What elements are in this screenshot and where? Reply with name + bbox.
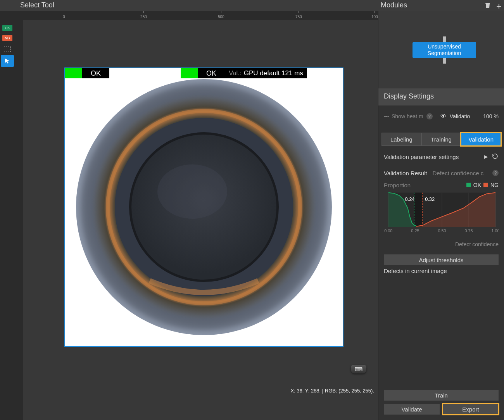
svg-text:0.75: 0.75: [464, 228, 473, 233]
validation-result-row: Validation Result Defect confidence c ?: [384, 168, 499, 178]
chart-xlabel: Defect confidence: [384, 241, 499, 247]
module-node-unsupervised-segmentation[interactable]: Unsupervised Segmentation: [413, 42, 476, 58]
cursor-status: X: 36. Y: 288. | RGB: (255, 255, 255).: [290, 388, 374, 394]
chevron-right-icon[interactable]: ▶: [484, 154, 488, 159]
validation-timing: Val.: GPU default 121 ms: [225, 68, 307, 78]
svg-rect-0: [485, 3, 490, 4]
proportion-row: Proportion OK NG: [384, 180, 499, 190]
svg-text:1.00: 1.00: [492, 228, 499, 233]
modules-header: Modules: [381, 1, 407, 9]
svg-text:0.00: 0.00: [384, 228, 392, 233]
svg-rect-19: [414, 193, 423, 227]
right-panel: Unsupervised Segmentation Display Settin…: [378, 11, 504, 420]
reset-icon[interactable]: [492, 153, 499, 161]
node-connector-bottom[interactable]: [443, 58, 446, 64]
canvas-area: 0 250 500 750 100: [15, 11, 378, 420]
ruler-vertical: [15, 20, 23, 420]
legend-ok-swatch: [466, 183, 471, 187]
heatmap-icon: ⁓: [384, 113, 388, 119]
status-label-2: OK: [198, 68, 225, 78]
validation-param-row[interactable]: Validation parameter settings ▶: [384, 150, 499, 163]
status-swatch-1: [65, 68, 82, 78]
rectangle-select-tool[interactable]: [4, 47, 11, 52]
svg-point-7: [157, 164, 227, 219]
overlay-opacity[interactable]: 100 %: [483, 113, 499, 119]
display-row: ⁓ Show heat m ? 👁 Validatio 100 %: [378, 105, 504, 127]
modules-canvas[interactable]: Unsupervised Segmentation: [378, 11, 504, 88]
tag-ng-tool[interactable]: NG: [2, 35, 12, 41]
show-heatmap-label[interactable]: Show heat m: [392, 113, 423, 119]
image-overlay-bar: OK OK Val.: GPU default 121 ms: [65, 68, 307, 78]
trash-icon[interactable]: [485, 2, 491, 9]
export-button[interactable]: Export: [443, 404, 499, 415]
tab-labeling[interactable]: Labeling: [381, 133, 421, 146]
topbar: Select Tool Modules +: [0, 0, 504, 11]
validation-overlay-label[interactable]: Validatio: [450, 113, 470, 119]
viewport[interactable]: OK OK Val.: GPU default 121 ms ⌨ X: 36. …: [23, 20, 378, 420]
toolstrip: OK NG: [0, 11, 15, 420]
validate-button[interactable]: Validate: [384, 404, 440, 415]
image-frame[interactable]: [65, 68, 343, 346]
inspected-image: [65, 68, 343, 346]
status-label-1: OK: [82, 68, 109, 78]
help-icon[interactable]: ?: [492, 170, 499, 176]
svg-text:0.24: 0.24: [405, 196, 414, 202]
node-connector-top[interactable]: [443, 36, 446, 42]
defects-label: Defects in current image: [384, 268, 447, 274]
svg-text:0.50: 0.50: [438, 228, 446, 233]
tag-ok-tool[interactable]: OK: [2, 25, 12, 31]
plus-icon[interactable]: +: [496, 1, 502, 12]
adjust-thresholds-button[interactable]: Adjust thresholds: [384, 254, 499, 265]
confidence-chart[interactable]: 0.000.250.500.751.000.240.32: [384, 192, 499, 235]
mode-tabs: Labeling Training Validation: [381, 133, 501, 146]
pointer-tool[interactable]: [1, 55, 14, 67]
eye-icon[interactable]: 👁: [440, 113, 447, 120]
status-swatch-2: [181, 68, 198, 78]
keyboard-icon[interactable]: ⌨: [351, 365, 366, 373]
svg-text:0.32: 0.32: [425, 196, 435, 202]
tab-training[interactable]: Training: [421, 133, 461, 146]
bottom-buttons: Train Validate Export: [384, 390, 499, 415]
toolbar-title: Select Tool: [20, 1, 54, 9]
display-settings-header: Display Settings: [378, 88, 504, 105]
legend-ng-swatch: [483, 183, 488, 187]
train-button[interactable]: Train: [384, 390, 499, 401]
svg-text:0.25: 0.25: [411, 228, 419, 233]
help-icon[interactable]: ?: [426, 113, 433, 119]
tab-validation[interactable]: Validation: [461, 133, 501, 146]
ruler-horizontal: 0 250 500 750 100: [23, 11, 378, 20]
